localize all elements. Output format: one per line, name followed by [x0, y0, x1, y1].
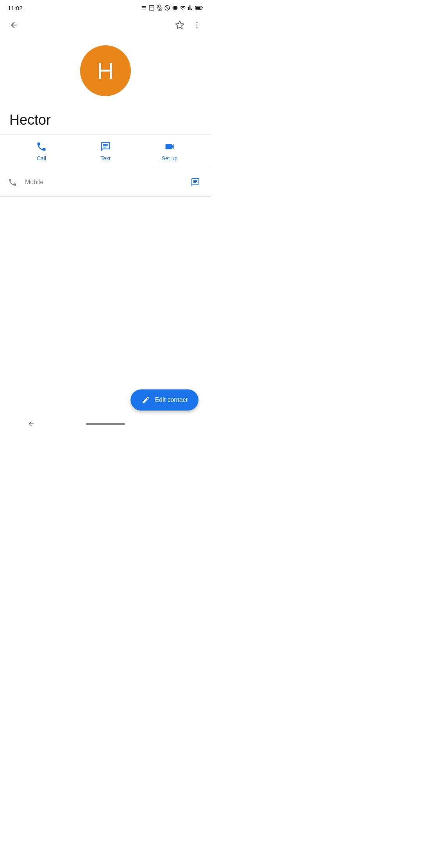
call-label: Call	[37, 155, 46, 161]
svg-marker-5	[176, 21, 184, 29]
box-icon	[148, 5, 155, 11]
nav-back-button[interactable]	[23, 416, 39, 432]
phone-row: Mobile	[0, 168, 211, 196]
avatar-section: H	[0, 36, 211, 109]
setup-label: Set up	[162, 155, 177, 161]
text-label: Text	[100, 155, 111, 161]
call-button[interactable]: Call	[26, 141, 57, 161]
phone-row-left: Mobile	[8, 178, 43, 187]
battery-icon	[195, 5, 203, 10]
status-time: 11:02	[8, 5, 23, 11]
avatar-letter: H	[97, 57, 114, 84]
svg-point-6	[197, 22, 198, 23]
edit-contact-button[interactable]: Edit contact	[131, 389, 198, 411]
svg-rect-4	[196, 7, 200, 9]
favorite-button[interactable]	[172, 17, 188, 33]
wifi-icon	[180, 5, 186, 11]
phone-icon	[8, 178, 17, 187]
nav-home-pill[interactable]	[86, 423, 125, 425]
edit-icon	[141, 396, 150, 404]
divider-bottom	[0, 196, 211, 197]
call-icon	[36, 141, 47, 152]
setup-icon	[164, 141, 175, 152]
svg-point-8	[197, 27, 198, 29]
status-icons	[141, 5, 203, 11]
status-bar: 11:02	[0, 0, 211, 14]
sms-button[interactable]	[188, 174, 203, 190]
edit-contact-label: Edit contact	[155, 396, 188, 404]
vibrate-icon	[172, 5, 178, 11]
no-symbol-icon	[164, 5, 170, 11]
top-app-bar	[0, 14, 211, 36]
svg-rect-0	[149, 5, 154, 10]
nav-bar	[0, 415, 211, 434]
text-button[interactable]: Text	[90, 141, 121, 161]
notifications-icon	[141, 5, 147, 11]
top-bar-actions	[172, 17, 205, 33]
setup-button[interactable]: Set up	[154, 141, 185, 161]
back-button[interactable]	[6, 17, 22, 33]
more-options-button[interactable]	[189, 17, 205, 33]
avatar: H	[80, 45, 131, 96]
action-row: Call Text Set up	[0, 135, 211, 168]
text-icon	[100, 141, 111, 152]
svg-line-2	[165, 6, 169, 9]
mic-off-icon	[156, 5, 163, 11]
phone-type: Mobile	[25, 179, 43, 186]
contact-name: Hector	[0, 109, 211, 135]
signal-icon	[188, 5, 194, 11]
svg-point-7	[197, 25, 198, 26]
